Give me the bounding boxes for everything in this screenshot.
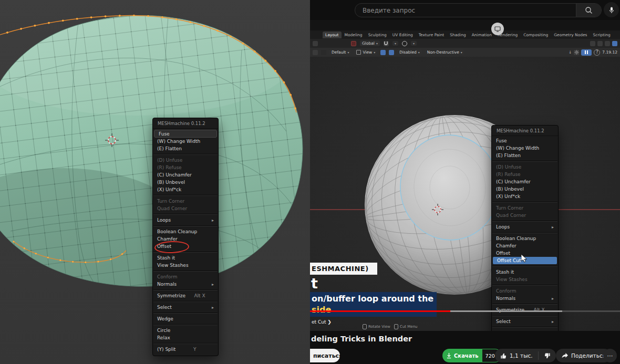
video-player[interactable]: Layout Modeling Sculpting UV Editing Tex…	[310, 20, 620, 331]
subscribe-button[interactable]: писаться	[310, 349, 340, 362]
mode-dropdown[interactable]: Non-Destructive ▾	[425, 49, 464, 55]
menu-item[interactable]: (Y) Split Y	[153, 346, 218, 353]
lock-icon[interactable]	[321, 50, 326, 55]
menu-item[interactable]: Conform	[492, 287, 558, 295]
toggle-b-icon[interactable]	[389, 50, 394, 55]
search-input[interactable]	[355, 4, 576, 17]
show-overlays-icon[interactable]	[597, 41, 603, 46]
menu-item[interactable]: (W) Change Width	[153, 138, 218, 145]
menu-item[interactable]: Fuse	[492, 137, 558, 144]
workspace-tab[interactable]: Geometry Nodes	[551, 32, 590, 38]
workspace-tabs: Layout Modeling Sculpting UV Editing Tex…	[310, 30, 620, 39]
pivot-dropdown[interactable]: Default ▾	[329, 49, 351, 55]
menu-item[interactable]: (C) Unchamfer	[153, 171, 218, 179]
menu-item[interactable]: View Stashes	[153, 262, 218, 269]
menu-item[interactable]: Loops ▸	[153, 216, 218, 224]
proportional-editing-icon[interactable]	[402, 41, 407, 46]
menu-item[interactable]: (E) Flatten	[492, 152, 558, 159]
menu-item[interactable]: (X) Unf*ck	[153, 186, 218, 193]
menu-item[interactable]: Fuse	[154, 130, 217, 138]
menu-item[interactable]: Symmetrize Alt X	[153, 292, 218, 299]
workspace-tab[interactable]: Scripting	[591, 32, 613, 38]
menu-item[interactable]: Wedge	[492, 329, 558, 331]
menu-item[interactable]: (R) Refuse	[153, 164, 218, 171]
snap-settings-dropdown[interactable]: ▾	[392, 41, 398, 46]
view-dropdown[interactable]: View ▾	[354, 49, 377, 55]
dislike-button[interactable]	[539, 349, 556, 362]
menu-item-label: (X) Unf*ck	[157, 187, 181, 192]
mirror-label: Disabled	[399, 50, 417, 55]
menu-item[interactable]: Turn Corner	[492, 204, 558, 212]
menu-item[interactable]: Stash it	[492, 268, 558, 276]
menu-item[interactable]: Select ▸	[492, 318, 558, 325]
like-button[interactable]: 1,1 тыс.	[495, 349, 538, 362]
menu-item[interactable]: Stash it	[153, 254, 218, 262]
voice-search-button[interactable]	[604, 2, 619, 17]
menu-item[interactable]: (X) Unf*ck	[492, 193, 558, 200]
menu-item[interactable]: View Stashes	[492, 276, 558, 283]
menu-item[interactable]: (B) Unbevel	[153, 179, 218, 186]
menu-item[interactable]: Quad Corner	[492, 212, 558, 219]
menu-item-label: Loops	[157, 217, 171, 223]
editor-type-icon[interactable]	[313, 41, 318, 46]
menu-item[interactable]: Turn Corner	[153, 197, 218, 205]
falloff-dropdown[interactable]: ▾	[411, 41, 417, 46]
menu-item[interactable]: Boolean Cleanup	[492, 235, 558, 242]
menu-item[interactable]: (R) Refuse	[492, 171, 558, 178]
pause-button[interactable]	[581, 49, 592, 56]
workspace-tab[interactable]: Sculpting	[366, 32, 389, 38]
menu-item[interactable]: Boolean Cleanup	[153, 228, 218, 235]
screencast-icon	[491, 23, 504, 35]
menu-separator	[492, 161, 557, 162]
menu-item[interactable]: Chamfer	[492, 242, 558, 249]
menu-item[interactable]: (D) Unfuse	[153, 157, 218, 164]
workspace-tab[interactable]: Animation	[469, 32, 494, 38]
mirror-dropdown[interactable]: Disabled ▾	[397, 49, 422, 55]
menu-item[interactable]: (D) Unfuse	[492, 163, 558, 171]
menu-item[interactable]: Conform	[153, 273, 218, 280]
workspace-tab[interactable]: Layout	[323, 32, 342, 38]
menu-item[interactable]: Loops ▸	[492, 223, 558, 231]
download-button[interactable]: Скачать	[442, 349, 482, 362]
caret-icon: ▾	[374, 50, 375, 54]
blender-viewport-left[interactable]: MESHmachine 0.11.2 Fuse (W) Change Width…	[0, 0, 310, 364]
statusbar-hint-rotate: Rotate View	[363, 324, 390, 329]
menu-item[interactable]: (C) Unchamfer	[492, 178, 558, 185]
video-progress-bar[interactable]	[310, 310, 620, 312]
menu-item[interactable]: (B) Unbevel	[492, 185, 558, 193]
menu-item[interactable]: Circle	[153, 327, 218, 334]
top-bar	[310, 0, 620, 20]
workspace-tab[interactable]: UV Editing	[390, 32, 416, 38]
menu-item[interactable]: Normals ▸	[153, 280, 218, 288]
menu-item[interactable]: Select ▸	[153, 304, 218, 311]
menu-item[interactable]: Normals ▸	[492, 295, 558, 302]
workspace-tab[interactable]: Shading	[447, 32, 468, 38]
workspace-tab-label: Modeling	[345, 33, 363, 37]
menu-item[interactable]: Wedge	[153, 315, 218, 323]
uv-sync-icon[interactable]	[351, 41, 356, 46]
workspace-tab[interactable]: Compositing	[521, 32, 551, 38]
transform-orientation-dropdown[interactable]: Global ▾	[360, 40, 380, 46]
toggle-a-icon[interactable]	[380, 50, 386, 55]
menu-item[interactable]: Symmetrize Alt X	[492, 306, 558, 314]
gear-icon[interactable]	[574, 50, 579, 55]
blender-3d-viewport[interactable]	[310, 57, 620, 331]
more-actions-button[interactable]: ⋯	[603, 349, 617, 362]
menu-item[interactable]: Relax	[153, 334, 218, 341]
show-gizmo-icon[interactable]	[590, 41, 595, 46]
menu-item-label: Offset	[157, 244, 171, 249]
workspace-tab[interactable]: Modeling	[342, 32, 365, 38]
download-arrow-icon[interactable]: ↓	[569, 50, 572, 55]
help-icon[interactable]: ?	[594, 49, 600, 56]
menu-item[interactable]: Chamfer	[153, 235, 218, 243]
menu-item[interactable]: (W) Change Width	[492, 144, 558, 152]
snap-magnet-icon[interactable]	[384, 41, 389, 46]
menu-item[interactable]: (E) Flatten	[153, 145, 218, 152]
search-button[interactable]	[576, 4, 601, 17]
viewport-shading-icon[interactable]	[612, 41, 617, 46]
menu-item[interactable]: Offset	[153, 243, 218, 250]
workspace-tab[interactable]: Texture Paint	[416, 32, 447, 38]
menu-item[interactable]: Quad Corner	[153, 205, 218, 212]
active-tool-icon[interactable]	[313, 50, 318, 55]
toggle-xray-icon[interactable]	[605, 41, 610, 46]
